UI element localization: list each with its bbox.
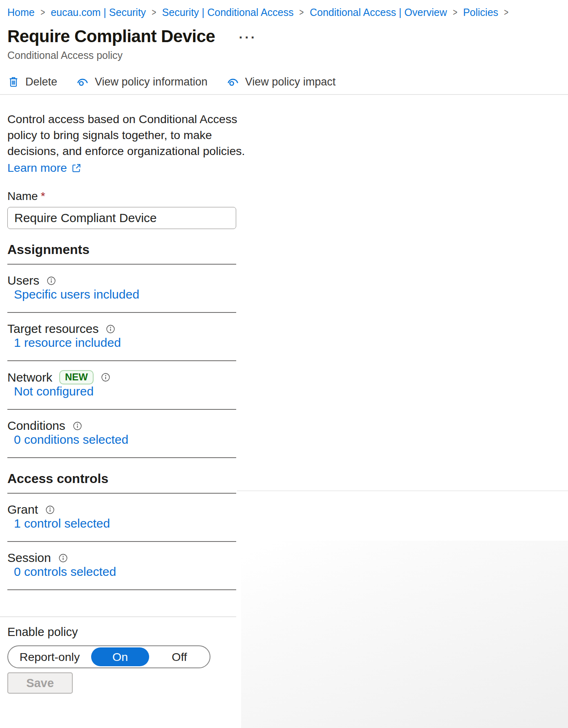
policy-name-input[interactable] (7, 207, 236, 229)
external-link-icon (71, 163, 82, 173)
required-marker: * (41, 190, 45, 202)
grant-link[interactable]: 1 control selected (14, 517, 110, 530)
breadcrumb: Home > eucau.com | Security > Security |… (7, 0, 568, 18)
toggle-option-on[interactable]: On (91, 647, 149, 666)
delete-label: Delete (25, 76, 57, 88)
grant-label: Grant (7, 503, 38, 517)
breadcrumb-separator: > (40, 7, 45, 18)
section-header-access-controls: Access controls (7, 471, 568, 486)
divider (7, 493, 236, 494)
conditions-label-row: Conditions (7, 419, 568, 433)
divider (7, 457, 236, 458)
footer-divider (0, 616, 236, 617)
view-policy-information-button[interactable]: View policy information (76, 75, 208, 88)
network-link[interactable]: Not configured (14, 384, 94, 398)
breadcrumb-overview[interactable]: Conditional Access | Overview (310, 7, 447, 18)
users-label-row: Users (7, 274, 568, 288)
breadcrumb-separator: > (504, 7, 509, 18)
info-icon[interactable] (46, 276, 56, 286)
view-policy-impact-label: View policy impact (245, 76, 336, 88)
breadcrumb-separator: > (453, 7, 457, 18)
learn-more-link[interactable]: Learn more (7, 160, 82, 176)
info-icon[interactable] (72, 421, 83, 431)
more-options-icon[interactable]: ··· (239, 31, 257, 41)
toggle-option-off[interactable]: Off (149, 650, 210, 664)
network-label: Network (7, 371, 52, 384)
conditions-link[interactable]: 0 conditions selected (14, 433, 128, 446)
users-link[interactable]: Specific users included (14, 288, 139, 301)
page-title: Require Compliant Device (7, 27, 215, 46)
breadcrumb-separator: > (152, 7, 156, 18)
breadcrumb-conditional-access[interactable]: Security | Conditional Access (162, 7, 294, 18)
section-header-assignments: Assignments (7, 242, 568, 257)
enable-policy-label: Enable policy (7, 625, 568, 639)
view-policy-impact-button[interactable]: View policy impact (226, 75, 336, 88)
session-label-row: Session (7, 551, 568, 565)
divider (7, 312, 236, 313)
divider (7, 409, 236, 410)
info-icon[interactable] (105, 324, 116, 334)
users-label: Users (7, 274, 39, 288)
conditional-access-policy-page: Home > eucau.com | Security > Security |… (0, 0, 568, 728)
target-resources-label-row: Target resources (7, 322, 568, 336)
info-icon[interactable] (101, 372, 111, 382)
divider (7, 264, 236, 265)
page-subtitle: Conditional Access policy (7, 49, 568, 61)
eye-icon (76, 75, 89, 88)
info-icon[interactable] (45, 505, 55, 515)
network-label-row: Network NEW (7, 370, 568, 384)
toolbar-divider (0, 94, 568, 95)
learn-more-label: Learn more (7, 161, 67, 175)
target-resources-link[interactable]: 1 resource included (14, 336, 121, 349)
command-bar: Delete View policy information View poli… (7, 75, 568, 88)
session-label: Session (7, 551, 51, 565)
breadcrumb-home[interactable]: Home (7, 7, 35, 18)
breadcrumb-separator: > (300, 7, 304, 18)
enable-policy-toggle: Report-only On Off (7, 645, 210, 668)
new-badge: NEW (59, 370, 94, 384)
view-policy-information-label: View policy information (95, 76, 208, 88)
divider (7, 589, 236, 590)
grant-label-row: Grant (7, 503, 568, 517)
breadcrumb-security[interactable]: eucau.com | Security (51, 7, 146, 18)
name-field-label: Name* (7, 190, 568, 203)
policy-description: Control access based on Conditional Acce… (7, 111, 568, 159)
breadcrumb-policies[interactable]: Policies (463, 7, 498, 18)
info-icon[interactable] (58, 553, 68, 563)
toggle-option-report-only[interactable]: Report-only (8, 650, 91, 664)
save-button[interactable]: Save (7, 672, 73, 694)
eye-icon (226, 75, 239, 88)
divider (7, 360, 236, 361)
name-label-text: Name (7, 190, 38, 202)
divider-right-extension (237, 490, 568, 491)
conditions-label: Conditions (7, 419, 65, 433)
target-resources-label: Target resources (7, 322, 98, 336)
divider (7, 541, 236, 542)
delete-button[interactable]: Delete (7, 76, 57, 88)
session-link[interactable]: 0 controls selected (14, 565, 116, 578)
trash-icon (7, 76, 20, 88)
